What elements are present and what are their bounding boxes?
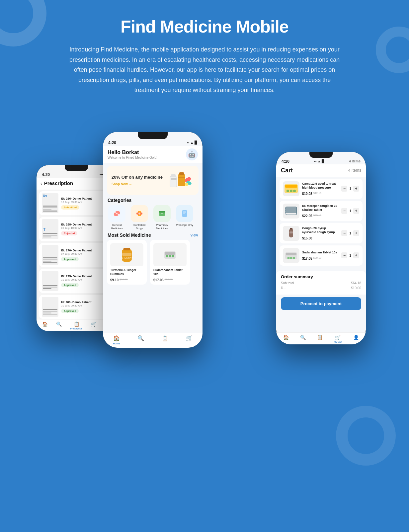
turmeric-image: GUMMIES	[110, 243, 143, 266]
svg-rect-36	[285, 207, 297, 209]
delivery-row: D... $10.00	[281, 286, 361, 290]
nav-orders-center[interactable]: 📋	[162, 335, 168, 345]
cough-qty-plus[interactable]: +	[353, 230, 359, 236]
greeting-area: Hello Borkat Welcome to Fined Medicine G…	[108, 149, 157, 159]
cart-item-stugipen[interactable]: Dr. Morepen Stugipen 25 Cinzine Tablet $…	[280, 201, 363, 221]
category-controlled[interactable]: Controlled Drugs	[129, 205, 149, 230]
back-arrow-icon[interactable]: ‹	[41, 181, 42, 186]
cart-items-count: 4 Items	[348, 168, 361, 173]
list-item[interactable]: ID: 270- Demo Patient 07 July, 09:30 Am …	[39, 243, 114, 267]
svg-rect-4	[179, 172, 184, 175]
nav-home-center[interactable]: 🏠 Home	[113, 335, 120, 345]
center-time: 4:20	[108, 140, 116, 145]
sudarshanam-qty-value: 1	[349, 254, 351, 257]
promo-banner[interactable]: 20% Off on any medicine Shop Now →	[107, 166, 199, 195]
nav-prescription[interactable]: 📋 Prescription	[70, 321, 83, 330]
phone-right-screen: 4:20 ▪▪ ▲ ▉ 4 Items Cart 4 Items	[276, 152, 366, 344]
nav-profile-right[interactable]: 👤	[353, 335, 359, 343]
sudarshanam-cart-old-price: $20.10	[313, 256, 321, 259]
delivery-value: $10.00	[351, 286, 361, 290]
status-badge: Approved	[61, 309, 79, 313]
promo-title: 20% Off on any medicine	[112, 175, 167, 180]
products-row: GUMMIES Turmeric & Ginger Gummies $9.10 …	[103, 240, 203, 284]
svg-point-13	[138, 213, 140, 215]
phone-center: 4:20 ▪▪ ▲ ▉ Hello Borkat Welcome to Fine…	[103, 132, 203, 348]
nav-search-right[interactable]: 🔍	[300, 335, 306, 343]
svg-point-46	[287, 257, 290, 259]
cart-item-cough[interactable]: SYP Cough- 20 Syrup ayurvedic cough syru…	[280, 223, 363, 243]
sudarshanam-qty-plus[interactable]: +	[353, 252, 359, 258]
list-item[interactable]: Id: 280- Demo Patient 10 July, 09:30 Am …	[39, 295, 114, 319]
nav-cart[interactable]: 🛒	[91, 321, 97, 330]
search-icon-center: 🔍	[137, 335, 144, 341]
proceed-to-payment-button[interactable]: Proceed to payment	[281, 297, 361, 310]
controlled-drugs-icon	[135, 209, 144, 218]
cart-list: Carca 12.5 used to treat high blood pres…	[276, 177, 366, 270]
nav-cart-center[interactable]: 🛒	[186, 335, 193, 345]
stugipen-qty-minus[interactable]: −	[341, 208, 347, 214]
stugipen-qty-plus[interactable]: +	[353, 208, 359, 214]
list-item[interactable]: T ID: 268- Demo Patient 08 July, 10:00 A…	[39, 217, 114, 241]
cough-info: Cough- 20 Syrup ayurvedic cough syrup $1…	[302, 226, 339, 240]
nav-orders-right[interactable]: 📋	[317, 335, 323, 343]
cart-icon: 🛒	[91, 321, 97, 327]
turmeric-product-svg: GUMMIES	[119, 246, 135, 263]
cart-item-carca[interactable]: Carca 12.5 used to treat high blood pres…	[280, 179, 363, 199]
nav-search-center[interactable]: 🔍	[137, 335, 144, 345]
cart-label-right: My Cart	[334, 341, 342, 343]
category-prescription[interactable]: Prescripti Only	[175, 205, 195, 230]
carca-qty-plus[interactable]: +	[353, 186, 359, 192]
svg-text:GUMMIES: GUMMIES	[121, 257, 133, 260]
bot-avatar[interactable]: 🤖	[186, 148, 198, 160]
stugipen-image	[283, 204, 299, 219]
phone-center-screen: 4:20 ▪▪ ▲ ▉ Hello Borkat Welcome to Fine…	[103, 132, 203, 348]
cart-item-sudarshanam[interactable]: Sudarshanam Tablet 10s $17.05 $20.10 − 1…	[280, 245, 363, 266]
svg-point-47	[290, 257, 292, 259]
prescription-only-icon	[180, 209, 189, 218]
svg-rect-24	[122, 253, 131, 256]
carca-qty-control: − 1 +	[341, 186, 359, 192]
svg-point-35	[293, 190, 296, 192]
profile-icon-right: 👤	[353, 335, 359, 340]
center-status-bar: 4:20 ▪▪ ▲ ▉	[103, 139, 203, 146]
cart-title: Cart	[281, 167, 293, 174]
svg-rect-37	[285, 209, 297, 211]
shop-now-link[interactable]: Shop Now →	[112, 182, 167, 186]
center-header: Hello Borkat Welcome to Fined Medicine G…	[103, 146, 203, 163]
list-item[interactable]: Rx ID: 266- Demo Patient 10 July, 09:30 …	[39, 191, 114, 215]
delivery-label: D...	[281, 286, 286, 290]
status-badge: Rejected	[61, 231, 77, 235]
product-sudarshanam[interactable]: Sudarshanam Tablet 10s $17.05 $20.00	[150, 240, 190, 284]
category-general[interactable]: General Medicines	[107, 205, 127, 230]
list-item[interactable]: ID: 275- Demo Patient 10 July, 09:30 Am …	[39, 269, 114, 293]
sudarshanam-name: Sudarshanam Tablet 10s	[153, 268, 187, 276]
carca-qty-minus[interactable]: −	[341, 186, 347, 192]
nav-search[interactable]: 🔍	[56, 321, 62, 330]
svg-point-29	[169, 255, 171, 257]
svg-rect-15	[159, 211, 165, 213]
svg-rect-3	[178, 174, 185, 186]
status-badge: Approved	[61, 257, 79, 261]
svg-rect-1	[171, 174, 176, 177]
general-medicine-icon	[112, 209, 122, 218]
category-pharmacy[interactable]: Pharmacy Medicines	[152, 205, 172, 230]
svg-rect-5	[178, 177, 185, 178]
medicine-bottles-svg	[167, 170, 194, 191]
rx-doc-image: T	[42, 219, 58, 239]
cough-qty-minus[interactable]: −	[341, 230, 347, 236]
nav-cart-right[interactable]: 🛒 My Cart	[334, 335, 342, 343]
nav-home-right[interactable]: 🏠	[283, 335, 289, 343]
orders-icon-right: 📋	[317, 335, 323, 340]
nav-home[interactable]: 🏠	[42, 321, 48, 330]
svg-rect-0	[170, 176, 177, 187]
sudarshanam-cart-price: $17.05	[302, 257, 312, 260]
product-turmeric[interactable]: GUMMIES Turmeric & Ginger Gummies $9.10 …	[107, 240, 147, 284]
cart-icon-center: 🛒	[186, 335, 193, 341]
view-all-link[interactable]: View	[190, 233, 198, 237]
sudarshanam-qty-minus[interactable]: −	[341, 252, 347, 258]
sudarshanam-cart-svg	[284, 249, 298, 262]
svg-rect-38	[285, 211, 297, 213]
rx-doc-image	[42, 297, 58, 317]
carca-old-price: $12.10	[313, 192, 321, 195]
home-icon: 🏠	[42, 321, 48, 327]
